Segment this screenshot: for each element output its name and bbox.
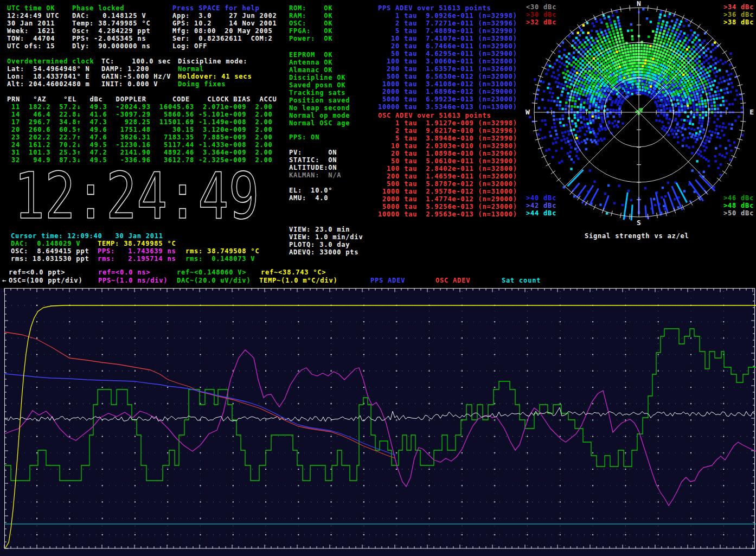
legend-pps[interactable]: PPS~(1.0 ns/div) xyxy=(98,277,168,284)
hardware-status-block: ROM: OKRAM: OKOSC: OKFPGA: OKPower: OK xyxy=(289,4,332,42)
legend-dac[interactable]: DAC~(20.0 uV/div) xyxy=(177,277,251,284)
legend-ref-dac: ref~<0.148060 V> xyxy=(177,269,246,276)
svg-text:W: W xyxy=(526,108,530,116)
legend-osc[interactable]: OSC=(100 ppt/div) xyxy=(9,277,82,284)
sat-table-rows: 11 182.2 57.2↓ 49.3 -2024.93 16045.63 2.… xyxy=(7,103,273,164)
discipline-mode-title: Discipline mode: xyxy=(178,57,247,65)
help-hint: Press SPACE for help xyxy=(172,4,260,12)
rms-osc: rms: 18.031530 ppt xyxy=(11,255,89,263)
cursor-time: Cursor time: 12:09:40 30 Jan 2011 xyxy=(11,232,163,240)
sat-table-header: PRN °AZ °EL dBc DOPPLER CODE CLOCK BIAS … xyxy=(7,95,277,103)
position-block: Lat: 54.4964948° NLon: 18.4337841° EAlt:… xyxy=(7,65,89,88)
rms-dac: rms: 0.148073 V xyxy=(185,255,255,263)
heather-gpsdo-app: UTC time OK 12:24:49 UTC30 Jan 2011Week:… xyxy=(0,0,756,556)
pps-state: PPS: ON xyxy=(289,133,319,141)
cursor-temp: TEMP: 38.749985 °C xyxy=(98,240,176,247)
svg-text:S: S xyxy=(637,219,641,227)
osc-adev-table: 1 tau 1.9127e-009 (n=32998) 2 tau 9.6217… xyxy=(378,119,517,218)
version-block: App: 3.0 27 Jun 2002GPS: 10.2 14 Nov 200… xyxy=(172,12,277,50)
strip-chart-plot[interactable] xyxy=(0,288,756,556)
phase-status-title: Phase locked xyxy=(72,4,124,12)
legend-ref-pps: ref=<0.0 ns> xyxy=(98,269,150,276)
legend-osc-adev[interactable]: OSC ADEV xyxy=(435,277,470,284)
oscillator-block: DAC: 0.148125 VTemp: 38.749985 °COsc↑ 4.… xyxy=(72,12,150,50)
cursor-pps: PPS: 1.743639 ns xyxy=(98,247,176,255)
seven-seg-clock: 12:24:49 xyxy=(13,166,268,222)
cursor-osc: OSC: 8.649415 ppt xyxy=(11,247,89,255)
rms-temp: rms: 38.749508 °C xyxy=(185,247,259,255)
legend-sat-count[interactable]: Sat count xyxy=(502,277,541,284)
utc-time-block: 12:24:49 UTC30 Jan 2011Week: 1621TOW: 44… xyxy=(7,12,59,50)
svg-text:N: N xyxy=(637,0,641,8)
loop-params-block: TC: 100.0 secDAMP: 1.200GAIN:-5.000 Hz/V… xyxy=(101,57,171,88)
mask-block: EL: 10.0°AMU: 4.0 xyxy=(289,187,332,202)
filter-state-block: PV: ONSTATIC: ONALTITUDE:ONKALMAN: N/A xyxy=(289,149,341,179)
polar-caption: Signal strength vs az/el xyxy=(585,232,689,240)
scroll-left-icon[interactable]: ← xyxy=(2,277,7,284)
cursor-dac: DAC: 0.148029 V xyxy=(11,240,80,247)
rms-pps: rms: 2.195714 ns xyxy=(98,255,176,263)
legend-temp[interactable]: TEMP~(1.0 m°C/div) xyxy=(259,277,337,284)
gps-status-block: EEPROM OKAntenna OKAlmanac OKDiscipline … xyxy=(289,51,350,127)
osc-adev-title: OSC ADEV over 51613 points xyxy=(378,112,491,119)
signal-strength-polar-map: NSWE xyxy=(523,0,756,229)
legend-ref-temp: ref~<38.743 °C> xyxy=(261,269,326,276)
receiver-mode-title: Overdetermined clock xyxy=(7,57,94,65)
svg-text:E: E xyxy=(749,108,754,116)
utc-status-title: UTC time OK xyxy=(7,4,55,12)
big-clock-digits: 12:24:49 xyxy=(14,166,259,222)
pps-adev-title: PPS ADEV over 51613 points xyxy=(378,4,491,12)
legend-pps-adev[interactable]: PPS ADEV xyxy=(370,277,405,284)
pps-adev-table: 1 tau 9.0926e-011 (n=32998) 2 tau 7.7271… xyxy=(378,12,517,111)
legend-ref-osc: ref=<0.0 ppt> xyxy=(9,269,65,276)
view-settings-block: VIEW: 23.0 minVIEW: 1.0 min/divPLOTQ: 3.… xyxy=(289,226,363,256)
discipline-mode-block: NormalHoldover: 41 secsDoing fixes xyxy=(178,65,252,88)
